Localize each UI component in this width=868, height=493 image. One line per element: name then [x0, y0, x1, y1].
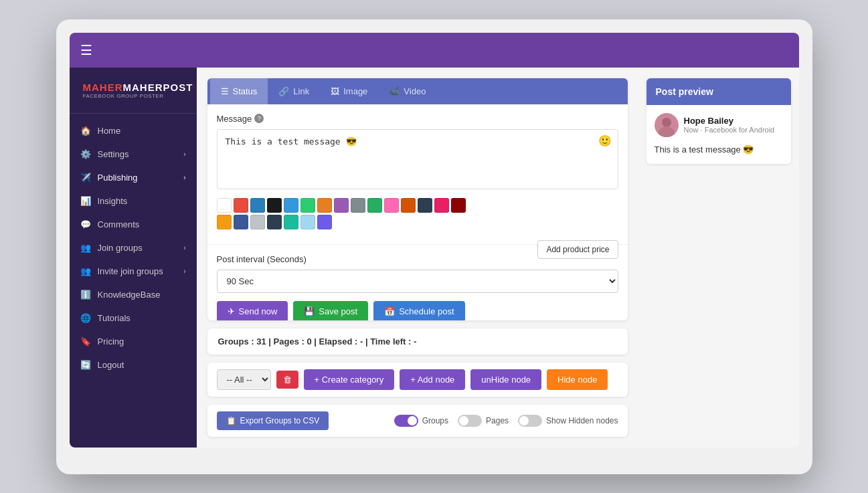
swatch-navy[interactable] — [418, 198, 432, 213]
top-bar: ☰ — [70, 33, 799, 68]
help-icon: ? — [254, 114, 264, 123]
add-price-button[interactable]: Add product price — [537, 240, 618, 259]
textarea-wrapper: This is a test message 😎 🙂 — [217, 129, 618, 191]
swatch-red[interactable] — [234, 198, 248, 213]
preview-panel: Post preview Hope Bailey — [638, 68, 799, 448]
send-icon: ✈ — [228, 306, 235, 316]
create-category-button[interactable]: + Create category — [304, 369, 395, 390]
pages-toggle-knob — [459, 416, 468, 425]
sidebar-label-pricing: Pricing — [98, 336, 124, 347]
logout-icon: 🔄 — [80, 360, 91, 370]
unhide-node-button[interactable]: unHide node — [470, 369, 541, 390]
action-buttons: ✈ Send now 💾 Save post 📅 Schedule post — [217, 301, 618, 320]
sidebar-label-invite: Invite join groups — [98, 266, 163, 276]
groups-toggle-group: Groups — [394, 415, 448, 427]
comments-icon: 💬 — [80, 219, 91, 229]
hidden-toggle[interactable] — [518, 415, 542, 427]
chevron-right-join: › — [183, 244, 185, 252]
message-input[interactable]: This is a test message 😎 — [217, 129, 618, 189]
export-csv-button[interactable]: 📋 Export Groups to CSV — [217, 411, 329, 430]
svg-point-4 — [662, 118, 671, 127]
swatch-blue[interactable] — [250, 198, 265, 213]
publishing-icon: ✈️ — [80, 173, 91, 183]
swatch-teal[interactable] — [284, 215, 298, 229]
tab-link[interactable]: 🔗 Link — [268, 78, 320, 104]
swatch-silver[interactable] — [250, 215, 265, 229]
swatch-midnight[interactable] — [267, 215, 282, 229]
swatch-lightblue[interactable] — [284, 198, 298, 213]
pages-toggle-group: Pages — [458, 415, 509, 427]
send-now-button[interactable]: ✈ Send now — [217, 301, 288, 320]
swatch-purple[interactable] — [334, 198, 349, 213]
swatch-yellow[interactable] — [217, 215, 232, 229]
sidebar-nav: 🏠 Home ⚙️ Settings › ✈️ Publishing › — [70, 114, 197, 448]
schedule-post-button[interactable]: 📅 Schedule post — [373, 301, 464, 320]
video-tab-icon: 📹 — [389, 86, 400, 96]
sidebar-item-comments[interactable]: 💬 Comments — [70, 213, 197, 236]
toggles-area: Groups Pages Show Hidden n — [394, 415, 618, 427]
groups-toggle-knob — [408, 416, 417, 425]
swatch-darkgreen[interactable] — [367, 198, 382, 213]
tab-video[interactable]: 📹 Video — [378, 78, 436, 104]
content-area: ☰ Status 🔗 Link 🖼 Image 📹 — [197, 68, 638, 448]
sidebar-label-settings: Settings — [98, 149, 129, 159]
sidebar-item-logout[interactable]: 🔄 Logout — [70, 353, 197, 377]
user-name: Hope Bailey — [684, 116, 775, 126]
delete-category-button[interactable]: 🗑 — [276, 371, 298, 389]
swatch-hotpink[interactable] — [434, 198, 449, 213]
tab-status[interactable]: ☰ Status — [210, 78, 268, 104]
insights-icon: 📊 — [80, 196, 91, 206]
sidebar-item-home[interactable]: 🏠 Home — [70, 119, 197, 142]
logo-area: MAHERMAHERPOST FACEBOOK GROUP POSTER — [70, 68, 197, 114]
sidebar-label-join-groups: Join groups — [98, 243, 143, 253]
swatch-burnt[interactable] — [401, 198, 416, 213]
user-info: Hope Bailey Now · Facebook for Android — [684, 116, 775, 134]
emoji-picker-icon[interactable]: 🙂 — [598, 134, 612, 147]
status-tab-label: Status — [233, 86, 258, 96]
swatch-black[interactable] — [267, 198, 282, 213]
swatch-green[interactable] — [300, 198, 315, 213]
calendar-icon: 📅 — [384, 306, 395, 316]
save-post-button[interactable]: 💾 Save post — [293, 301, 368, 320]
sidebar-label-comments: Comments — [98, 219, 140, 229]
app-name: MAHERMAHERPOST — [83, 82, 193, 93]
chevron-right-icon-pub: › — [183, 174, 185, 181]
sidebar-item-knowledgebase[interactable]: ℹ️ KnowledgeBase — [70, 283, 197, 306]
sidebar-item-settings[interactable]: ⚙️ Settings › — [70, 142, 197, 166]
swatch-skyblue[interactable] — [300, 215, 315, 229]
pages-toggle-label: Pages — [486, 416, 509, 425]
pages-toggle[interactable] — [458, 415, 482, 427]
sidebar-item-insights[interactable]: 📊 Insights — [70, 189, 197, 213]
swatch-violet[interactable] — [317, 215, 332, 229]
swatch-gray[interactable] — [351, 198, 365, 213]
message-label: Message ? — [217, 114, 618, 124]
pages-count: 0 — [307, 336, 311, 347]
swatch-fb-blue[interactable] — [234, 215, 248, 229]
sidebar-item-invite[interactable]: 👥 Invite join groups › — [70, 260, 197, 283]
tab-image[interactable]: 🖼 Image — [320, 78, 378, 104]
sidebar-item-pricing[interactable]: 🔖 Pricing — [70, 330, 197, 353]
sidebar: MAHERMAHERPOST FACEBOOK GROUP POSTER 🏠 H… — [70, 68, 197, 448]
category-select[interactable]: -- All -- — [217, 369, 271, 390]
post-form-body: Message ? This is a test message 😎 🙂 — [207, 104, 628, 244]
groups-toggle-label: Groups — [422, 416, 448, 425]
swatch-pink[interactable] — [384, 198, 399, 213]
swatch-orange[interactable] — [317, 198, 332, 213]
hamburger-icon[interactable]: ☰ — [80, 42, 92, 58]
sidebar-item-join-groups[interactable]: 👥 Join groups › — [70, 236, 197, 260]
preview-message: This is a test message 😎 — [655, 144, 783, 156]
home-icon: 🏠 — [80, 126, 91, 136]
tutorials-icon: 🌐 — [80, 313, 91, 323]
sidebar-label-logout: Logout — [98, 360, 124, 370]
swatch-white[interactable] — [217, 198, 232, 213]
color-swatches — [217, 198, 618, 229]
sidebar-item-publishing[interactable]: ✈️ Publishing › — [70, 166, 197, 189]
interval-select[interactable]: 90 Sec 30 Sec 60 Sec 120 Sec 180 Sec 300… — [217, 270, 618, 293]
sidebar-item-tutorials[interactable]: 🌐 Tutorials — [70, 306, 197, 330]
add-node-button[interactable]: + Add node — [400, 369, 465, 390]
hide-node-button[interactable]: Hide node — [547, 369, 608, 390]
swatch-darkred[interactable] — [451, 198, 466, 213]
kb-icon: ℹ️ — [80, 290, 91, 300]
groups-toggle[interactable] — [394, 415, 418, 427]
stats-text: Groups : 31 | Pages : 0 | Elapsed : - | … — [218, 336, 417, 347]
